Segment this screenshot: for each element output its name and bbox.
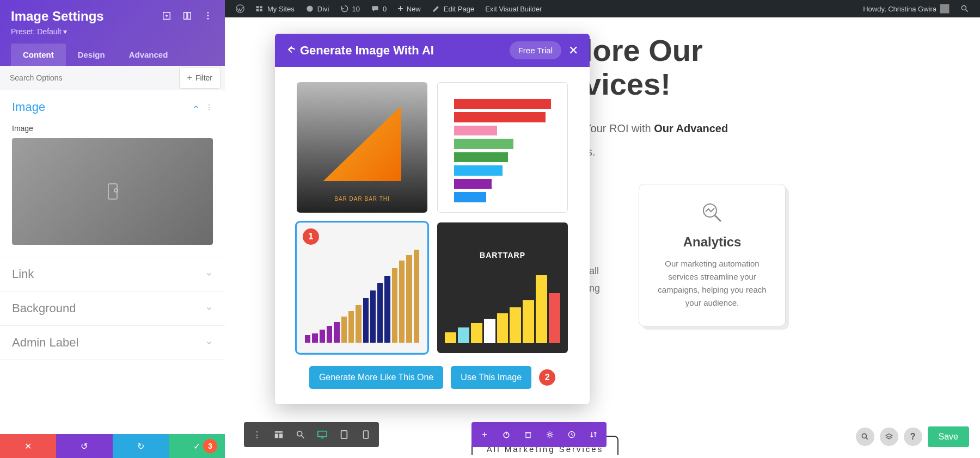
analytics-icon: [700, 201, 724, 225]
undo-button[interactable]: ↺: [56, 434, 112, 458]
chevron-up-icon: [192, 103, 200, 111]
zoom-icon[interactable]: [291, 425, 310, 444]
help-icon[interactable]: ?: [904, 428, 922, 446]
edit-page[interactable]: Edit Page: [426, 0, 480, 17]
section-image-header[interactable]: Image: [0, 90, 225, 124]
redo-button[interactable]: ↻: [113, 434, 169, 458]
ai-modal-title: Generate Image With AI: [300, 44, 510, 58]
wp-logo[interactable]: [230, 0, 250, 17]
tab-content[interactable]: Content: [11, 44, 66, 66]
sidebar-header: Image Settings Preset: Default ▾ Content…: [0, 0, 225, 66]
image-upload-placeholder[interactable]: [12, 138, 213, 245]
analytics-card[interactable]: Analytics Our marketing automation servi…: [639, 184, 786, 326]
svg-line-21: [715, 215, 721, 221]
confirm-badge: 3: [203, 439, 217, 453]
my-sites[interactable]: My Sites: [250, 0, 300, 17]
confirm-button[interactable]: ✓3: [169, 434, 225, 458]
svg-rect-24: [279, 434, 283, 438]
page-search-icon[interactable]: [856, 428, 874, 446]
filter-button[interactable]: +Filter: [179, 67, 220, 89]
layers-icon[interactable]: [880, 428, 898, 446]
close-button[interactable]: ✕: [567, 44, 580, 58]
svg-point-13: [207, 15, 209, 17]
svg-point-5: [307, 5, 313, 11]
search-icon[interactable]: [955, 0, 975, 17]
phone-view-icon[interactable]: [356, 425, 376, 444]
sort-icon[interactable]: [584, 425, 603, 444]
add-icon[interactable]: +: [475, 425, 494, 444]
exit-visual-builder[interactable]: Exit Visual Builder: [480, 0, 548, 17]
svg-rect-29: [341, 431, 347, 438]
ai-thumb-1[interactable]: [297, 82, 427, 213]
chevron-down-icon: [205, 270, 213, 278]
svg-line-7: [966, 10, 968, 12]
divi-link[interactable]: Divi: [300, 0, 335, 17]
generate-more-button[interactable]: Generate More Like This One: [309, 366, 443, 389]
search-input[interactable]: [0, 66, 179, 90]
more-vert-icon[interactable]: [205, 103, 213, 111]
desktop-view-icon[interactable]: [313, 425, 332, 444]
svg-point-37: [862, 434, 866, 438]
svg-rect-22: [275, 431, 283, 433]
page-headline: lore Ourvices!: [584, 34, 980, 101]
power-icon[interactable]: [497, 425, 516, 444]
section-admin-label-header[interactable]: Admin Label: [0, 326, 225, 360]
chevron-down-icon: [205, 339, 213, 346]
gear-icon[interactable]: [540, 425, 560, 444]
svg-rect-2: [260, 6, 262, 8]
comments[interactable]: 0: [365, 0, 392, 17]
section-link-header[interactable]: Link: [0, 257, 225, 291]
ai-thumb-4[interactable]: [437, 222, 568, 353]
more-icon[interactable]: [203, 11, 214, 22]
svg-rect-27: [318, 431, 327, 437]
tab-design[interactable]: Design: [66, 44, 117, 66]
ai-thumb-3[interactable]: 1: [297, 222, 427, 353]
back-button[interactable]: [285, 44, 300, 58]
preset-dropdown[interactable]: Preset: Default ▾: [11, 27, 214, 36]
module-toolbar: +: [471, 422, 607, 447]
section-link: Link: [0, 257, 225, 292]
ai-modal-header: Generate Image With AI Free Trial ✕: [275, 34, 590, 67]
card-body: Our marketing automation services stream…: [652, 257, 772, 310]
svg-rect-1: [256, 6, 259, 8]
svg-rect-18: [108, 184, 117, 199]
roi-tagline: Your ROI with Our Advanced: [584, 122, 980, 135]
ai-action-row: Generate More Like This One Use This Ima…: [297, 366, 568, 389]
view-toolbar: ⋮: [244, 422, 379, 447]
search-row: +Filter: [0, 66, 225, 90]
tab-advanced[interactable]: Advanced: [117, 44, 180, 66]
page-actions: ? Save: [856, 426, 969, 447]
svg-point-35: [549, 434, 552, 436]
ai-image-grid: 1: [297, 82, 568, 353]
new-content[interactable]: +New: [392, 0, 426, 17]
svg-line-26: [302, 436, 304, 438]
howdy-user[interactable]: Howdy, Christina Gwira: [857, 0, 955, 17]
tablet-view-icon[interactable]: [334, 425, 354, 444]
card-title: Analytics: [652, 234, 772, 250]
section-background-header[interactable]: Background: [0, 292, 225, 325]
cancel-button[interactable]: ✕: [0, 434, 56, 458]
step-badge-2: 2: [539, 369, 555, 386]
free-trial-badge[interactable]: Free Trial: [510, 41, 561, 59]
more-icon[interactable]: ⋮: [247, 425, 267, 444]
trash-icon[interactable]: [518, 425, 538, 444]
history-icon[interactable]: [562, 425, 581, 444]
use-image-button[interactable]: Use This Image: [451, 366, 531, 389]
svg-point-14: [207, 18, 209, 20]
svg-point-16: [209, 107, 210, 108]
svg-point-12: [207, 12, 209, 14]
wireframe-icon[interactable]: [269, 425, 289, 444]
chevron-down-icon: [205, 305, 213, 312]
save-button[interactable]: Save: [928, 426, 969, 447]
phone-image-icon: [102, 181, 124, 202]
ai-thumb-2[interactable]: [437, 82, 568, 213]
settings-sidebar: Image Settings Preset: Default ▾ Content…: [0, 0, 225, 458]
svg-point-6: [961, 5, 966, 10]
svg-rect-3: [256, 9, 259, 11]
expand-icon[interactable]: [162, 11, 173, 22]
svg-point-9: [166, 15, 168, 17]
updates[interactable]: 10: [335, 0, 365, 17]
svg-rect-33: [526, 433, 530, 438]
columns-icon[interactable]: [182, 11, 193, 22]
ai-image-modal: Generate Image With AI Free Trial ✕ 1: [275, 34, 590, 404]
